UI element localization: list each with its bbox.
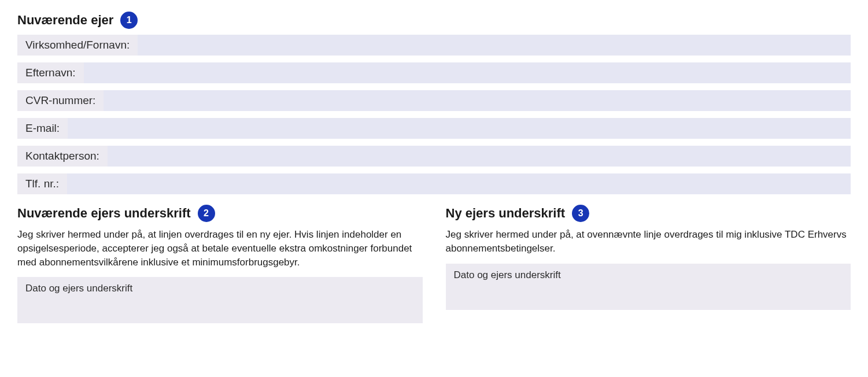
step-badge-2: 2 <box>198 205 215 222</box>
signature-box-label: Dato og ejers underskrift <box>25 283 132 294</box>
section-heading-row: Nuværende ejers underskrift 2 <box>17 205 423 222</box>
email-input[interactable] <box>68 118 851 139</box>
field-label: CVR-nummer: <box>17 90 104 111</box>
signature-consent-text-current: Jeg skriver hermed under på, at linjen o… <box>17 228 423 269</box>
cvr-input[interactable] <box>104 90 851 111</box>
contact-person-input[interactable] <box>108 146 851 167</box>
signature-box-current[interactable]: Dato og ejers underskrift <box>17 277 423 323</box>
field-row-email: E-mail: <box>17 118 851 139</box>
company-firstname-input[interactable] <box>138 35 851 56</box>
field-label: Tlf. nr.: <box>17 173 67 194</box>
signature-consent-text-new: Jeg skriver hermed under på, at ovennævn… <box>446 228 851 256</box>
new-owner-signature-col: Ny ejers underskrift 3 Jeg skriver herme… <box>446 205 851 323</box>
phone-input[interactable] <box>67 173 851 194</box>
signature-box-label: Dato og ejers underskrift <box>454 269 561 280</box>
field-row-phone: Tlf. nr.: <box>17 173 851 194</box>
signature-heading-new: Ny ejers underskrift <box>446 206 566 221</box>
field-row-lastname: Efternavn: <box>17 62 851 83</box>
current-owner-section: Nuværende ejer 1 Virksomhed/Fornavn: Eft… <box>17 12 851 194</box>
field-label: Kontaktperson: <box>17 146 108 167</box>
section-heading: Nuværende ejer <box>17 13 113 28</box>
field-row-contact: Kontaktperson: <box>17 146 851 167</box>
section-heading-row: Nuværende ejer 1 <box>17 12 851 29</box>
field-label: E-mail: <box>17 118 68 139</box>
field-label: Efternavn: <box>17 62 84 83</box>
current-owner-signature-col: Nuværende ejers underskrift 2 Jeg skrive… <box>17 205 423 323</box>
section-heading-row: Ny ejers underskrift 3 <box>446 205 851 222</box>
signatures-row: Nuværende ejers underskrift 2 Jeg skrive… <box>17 205 851 323</box>
field-label: Virksomhed/Fornavn: <box>17 35 138 56</box>
field-row-company: Virksomhed/Fornavn: <box>17 35 851 56</box>
field-row-cvr: CVR-nummer: <box>17 90 851 111</box>
signature-heading-current: Nuværende ejers underskrift <box>17 206 191 221</box>
lastname-input[interactable] <box>84 62 851 83</box>
step-badge-3: 3 <box>572 205 589 222</box>
signature-box-new[interactable]: Dato og ejers underskrift <box>446 264 851 310</box>
step-badge-1: 1 <box>120 12 138 29</box>
